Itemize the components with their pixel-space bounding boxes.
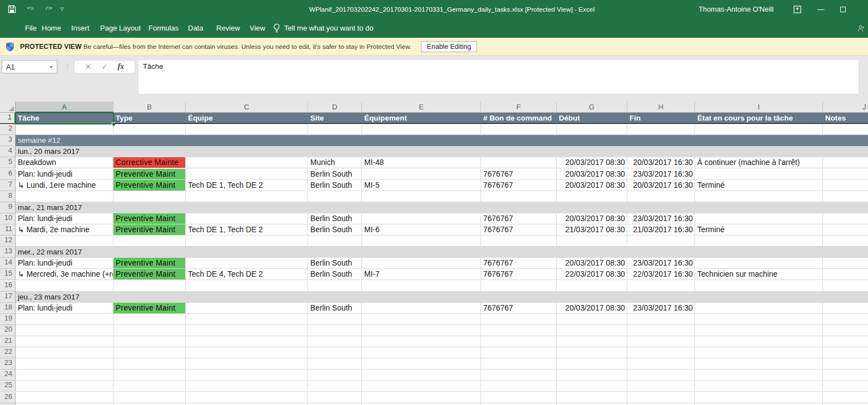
cell-B19[interactable] bbox=[113, 314, 186, 325]
formula-input[interactable]: Tâche bbox=[138, 59, 859, 94]
cell-B10[interactable]: Preventive Maint bbox=[113, 213, 186, 224]
day-band-row-13[interactable]: mer., 22 mars 2017 bbox=[16, 247, 868, 258]
cell-C19[interactable] bbox=[186, 314, 308, 325]
cancel-formula-icon[interactable]: ✕ bbox=[85, 62, 92, 71]
row-number-18[interactable]: 18 bbox=[0, 303, 16, 314]
cell-G19[interactable] bbox=[557, 314, 627, 325]
cell-F8[interactable] bbox=[481, 191, 557, 202]
row-number-2[interactable]: 2 bbox=[0, 124, 16, 135]
cell-B11[interactable]: Preventive Maint bbox=[113, 224, 186, 236]
ribbon-tab-view[interactable]: View bbox=[250, 18, 265, 38]
cell-G20[interactable] bbox=[557, 325, 627, 336]
cell-A5[interactable]: Breakdown bbox=[16, 157, 113, 168]
cell-C20[interactable] bbox=[186, 325, 308, 336]
cell-F21[interactable] bbox=[481, 336, 557, 347]
cell-E22[interactable] bbox=[362, 347, 481, 358]
cell-E2[interactable] bbox=[362, 124, 481, 135]
cell-C15[interactable]: Tech DE 4, Tech DE 2 bbox=[186, 269, 308, 280]
row-number-15[interactable]: 15 bbox=[0, 269, 16, 280]
ribbon-tab-review[interactable]: Review bbox=[216, 18, 240, 38]
cell-J23[interactable] bbox=[823, 358, 868, 369]
cell-I2[interactable] bbox=[695, 124, 823, 135]
cell-I24[interactable] bbox=[695, 369, 823, 381]
cell-C10[interactable] bbox=[186, 213, 308, 224]
cell-D6[interactable]: Berlin South bbox=[308, 169, 362, 180]
header-cell-G1[interactable]: Début bbox=[557, 113, 627, 123]
cell-G15[interactable]: 22/03/2017 08:30 bbox=[557, 269, 627, 280]
cell-G21[interactable] bbox=[557, 336, 627, 347]
cell-B21[interactable] bbox=[113, 336, 186, 347]
cell-B18[interactable]: Preventive Maint bbox=[113, 303, 186, 314]
cell-A10[interactable]: Plan: lundi-jeudi bbox=[16, 213, 113, 224]
cell-I22[interactable] bbox=[695, 347, 823, 358]
cell-D25[interactable] bbox=[308, 381, 362, 392]
cell-A11[interactable]: ↳ Mardi, 2e machine bbox=[16, 224, 113, 236]
cell-B22[interactable] bbox=[113, 347, 186, 358]
cell-H15[interactable]: 22/03/2017 16:30 bbox=[627, 269, 695, 280]
minimize-button[interactable]: — bbox=[812, 0, 829, 18]
cell-D18[interactable]: Berlin South bbox=[308, 303, 362, 314]
cell-D15[interactable]: Berlin South bbox=[308, 269, 362, 280]
enter-formula-icon[interactable]: ✓ bbox=[101, 62, 108, 71]
insert-function-icon[interactable]: fx bbox=[117, 62, 124, 71]
cell-C5[interactable] bbox=[186, 157, 308, 168]
cell-E5[interactable]: MI-48 bbox=[362, 157, 481, 168]
cell-E11[interactable]: MI-6 bbox=[362, 224, 481, 236]
cell-I25[interactable] bbox=[695, 381, 823, 392]
cell-C8[interactable] bbox=[186, 191, 308, 202]
cell-A20[interactable] bbox=[16, 325, 113, 336]
cell-B26[interactable] bbox=[113, 392, 186, 403]
cell-A19[interactable] bbox=[16, 314, 113, 325]
cell-G10[interactable]: 20/03/2017 08:30 bbox=[557, 213, 627, 224]
cell-H2[interactable] bbox=[627, 124, 695, 135]
row-number-21[interactable]: 21 bbox=[0, 336, 16, 347]
cell-J15[interactable] bbox=[823, 269, 868, 280]
header-cell-F1[interactable]: # Bon de command bbox=[481, 113, 557, 123]
cell-E20[interactable] bbox=[362, 325, 481, 336]
cell-B7[interactable]: Preventive Maint bbox=[113, 180, 186, 191]
ribbon-tab-page-layout[interactable]: Page Layout bbox=[100, 18, 141, 38]
cell-G6[interactable]: 20/03/2017 08:30 bbox=[557, 169, 627, 180]
cell-D24[interactable] bbox=[308, 369, 362, 381]
cell-B16[interactable] bbox=[113, 281, 186, 292]
cell-F2[interactable] bbox=[481, 124, 557, 135]
cell-F5[interactable] bbox=[481, 157, 557, 168]
cell-D7[interactable]: Berlin South bbox=[308, 180, 362, 191]
cell-D14[interactable]: Berlin South bbox=[308, 258, 362, 269]
cell-H6[interactable]: 23/03/2017 16:30 bbox=[627, 169, 695, 180]
cell-J22[interactable] bbox=[823, 347, 868, 358]
cell-E14[interactable] bbox=[362, 258, 481, 269]
cell-I27[interactable] bbox=[695, 403, 823, 405]
cell-E6[interactable] bbox=[362, 169, 481, 180]
row-number-8[interactable]: 8 bbox=[0, 191, 16, 202]
cell-H14[interactable]: 23/03/2017 16:30 bbox=[627, 258, 695, 269]
cell-G24[interactable] bbox=[557, 369, 627, 381]
day-band-row-4[interactable]: lun., 20 mars 2017 bbox=[16, 146, 868, 157]
cell-J6[interactable] bbox=[823, 169, 868, 180]
cell-D8[interactable] bbox=[308, 191, 362, 202]
cell-F24[interactable] bbox=[481, 369, 557, 381]
cell-C7[interactable]: Tech DE 1, Tech DE 2 bbox=[186, 180, 308, 191]
cell-E10[interactable] bbox=[362, 213, 481, 224]
cell-F19[interactable] bbox=[481, 314, 557, 325]
week-band-row-3[interactable]: semaine #12 bbox=[16, 135, 868, 146]
cell-F11[interactable]: 7676767 bbox=[481, 224, 557, 236]
cell-F12[interactable] bbox=[481, 236, 557, 247]
cell-A27[interactable] bbox=[16, 403, 113, 405]
cell-F14[interactable]: 7676767 bbox=[481, 258, 557, 269]
column-header-I[interactable]: I bbox=[695, 102, 823, 113]
row-number-1[interactable]: 1 bbox=[0, 113, 16, 123]
cell-I16[interactable] bbox=[695, 281, 823, 292]
header-cell-J1[interactable]: Notes bbox=[823, 113, 868, 123]
cell-H27[interactable] bbox=[627, 403, 695, 405]
row-number-20[interactable]: 20 bbox=[0, 325, 16, 336]
ribbon-tab-file[interactable]: File bbox=[25, 18, 37, 38]
row-number-9[interactable]: 9 bbox=[0, 202, 16, 213]
tell-me-box[interactable]: Tell me what you want to do bbox=[273, 18, 373, 38]
day-band-row-9[interactable]: mar., 21 mars 2017 bbox=[16, 202, 868, 213]
cell-D20[interactable] bbox=[308, 325, 362, 336]
cell-I19[interactable] bbox=[695, 314, 823, 325]
customize-quick-access-button[interactable]: ▾ bbox=[60, 8, 64, 11]
cell-H16[interactable] bbox=[627, 281, 695, 292]
cell-E25[interactable] bbox=[362, 381, 481, 392]
